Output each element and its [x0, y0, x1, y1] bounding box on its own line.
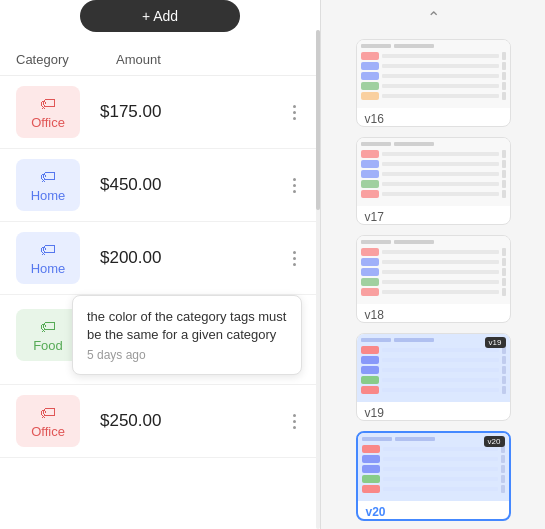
- right-panel: ⌃ v16: [320, 0, 545, 529]
- tag-icon: 🏷: [40, 318, 56, 336]
- table-row: 🏷 Office $175.00: [0, 76, 320, 149]
- version-label-v16: v16: [357, 108, 510, 127]
- tooltip: the color of the category tags must be t…: [72, 295, 302, 375]
- card-preview-v17: [357, 138, 510, 206]
- version-card-v16[interactable]: v16: [356, 39, 511, 127]
- active-badge-v19: v19: [485, 337, 506, 348]
- scroll-up-button[interactable]: ⌃: [427, 8, 440, 27]
- table-row-food: 🏷 Food the color of the category tags mu…: [0, 295, 320, 385]
- more-menu-button[interactable]: [285, 101, 304, 124]
- table-row: 🏷 Office $250.00: [0, 385, 320, 458]
- amount-cell: $450.00: [80, 175, 285, 195]
- category-tag-office: 🏷 Office: [16, 395, 80, 447]
- amount-cell: $175.00: [80, 102, 285, 122]
- more-menu-button[interactable]: [285, 410, 304, 433]
- tag-label: Food: [33, 338, 63, 353]
- card-preview-v19: v19: [357, 334, 510, 402]
- card-preview-v16: [357, 40, 510, 108]
- add-button[interactable]: + Add: [80, 0, 240, 32]
- category-tag-home: 🏷 Home: [16, 232, 80, 284]
- version-label-v20: v20: [358, 501, 509, 521]
- left-panel: + Add Category Amount 🏷 Office $175.00 🏷…: [0, 0, 320, 529]
- tag-label: Office: [31, 424, 65, 439]
- version-card-v17[interactable]: v17: [356, 137, 511, 225]
- active-badge-v20: v20: [484, 436, 505, 447]
- more-menu-button[interactable]: [285, 247, 304, 270]
- version-label-v19: v19: [357, 402, 510, 421]
- category-tag-food: 🏷 Food: [16, 309, 80, 361]
- tag-icon: 🏷: [40, 241, 56, 259]
- category-tag-home: 🏷 Home: [16, 159, 80, 211]
- card-preview-v20: v20: [358, 433, 509, 501]
- amount-cell: $200.00: [80, 248, 285, 268]
- version-label-v18: v18: [357, 304, 510, 323]
- version-card-v18[interactable]: v18: [356, 235, 511, 323]
- version-card-v20[interactable]: v20 v20: [356, 431, 511, 521]
- tag-label: Office: [31, 115, 65, 130]
- tooltip-text: the color of the category tags must be t…: [87, 308, 287, 344]
- category-column-header: Category: [16, 52, 116, 67]
- tag-label: Home: [31, 261, 66, 276]
- card-preview-v18: [357, 236, 510, 304]
- tag-icon: 🏷: [40, 404, 56, 422]
- tag-icon: 🏷: [40, 168, 56, 186]
- version-card-v19[interactable]: v19 v19: [356, 333, 511, 421]
- table-row: 🏷 Home $200.00: [0, 222, 320, 295]
- scrollbar-track: [316, 30, 320, 529]
- amount-column-header: Amount: [116, 52, 304, 67]
- tag-icon: 🏷: [40, 95, 56, 113]
- scrollbar-thumb[interactable]: [316, 30, 320, 210]
- table-header: Category Amount: [0, 44, 320, 76]
- table-row: 🏷 Home $450.00: [0, 149, 320, 222]
- tooltip-time: 5 days ago: [87, 348, 287, 362]
- tag-label: Home: [31, 188, 66, 203]
- category-tag-office: 🏷 Office: [16, 86, 80, 138]
- amount-cell: $250.00: [80, 411, 285, 431]
- more-menu-button[interactable]: [285, 174, 304, 197]
- top-button-area: + Add: [0, 0, 320, 40]
- version-label-v17: v17: [357, 206, 510, 225]
